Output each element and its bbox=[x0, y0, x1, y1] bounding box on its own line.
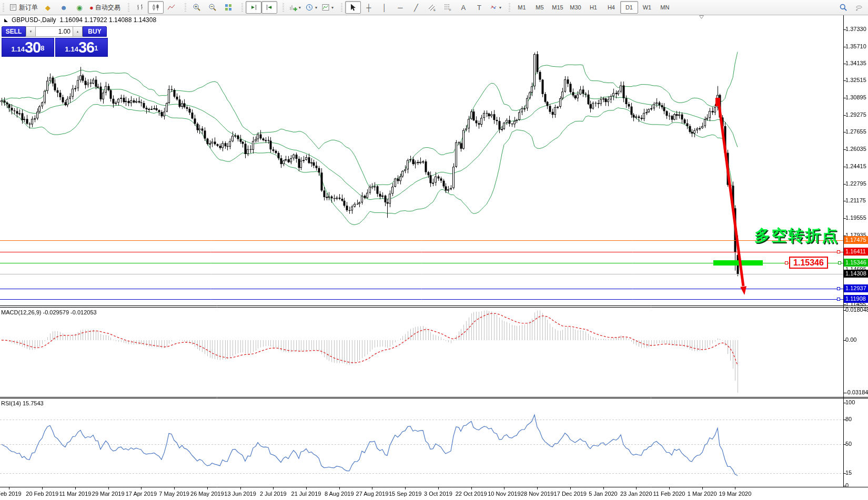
templates-button[interactable]: ▾ bbox=[319, 1, 336, 14]
axis-tick-label: 50 bbox=[845, 441, 852, 447]
line-chart-icon bbox=[167, 3, 176, 12]
timeframe-h4-button[interactable]: H4 bbox=[602, 1, 620, 14]
turning-point-annotation[interactable]: 多空转折点 bbox=[754, 225, 839, 247]
marketwatch-icon-button[interactable]: ◆ bbox=[40, 1, 56, 14]
symbol-period-label: GBPUSD-,Daily bbox=[12, 16, 56, 24]
chevron-down-icon: ▾ bbox=[331, 5, 334, 10]
price-tag-label[interactable]: 1.15346 bbox=[789, 257, 828, 269]
timeframe-m5-button[interactable]: M5 bbox=[531, 1, 549, 14]
date-tick-label: 17 Dec 2019 bbox=[554, 491, 587, 497]
horizontal-line-tool-button[interactable]: ─ bbox=[392, 1, 408, 14]
price-level-label: 1.17475 bbox=[844, 236, 868, 244]
axis-tick-label: 1.34135 bbox=[845, 60, 866, 66]
fibonacci-tool-button[interactable] bbox=[440, 1, 456, 14]
community-chat-button[interactable] bbox=[851, 1, 867, 14]
axis-tick-label: 1.35710 bbox=[845, 43, 866, 49]
vertical-line-tool-button[interactable]: │ bbox=[377, 1, 392, 14]
trendline-tool-button[interactable]: ╱ bbox=[408, 1, 424, 14]
price-level-label: 1.11908 bbox=[844, 295, 868, 303]
candlestick-chart-button[interactable] bbox=[148, 1, 164, 14]
date-tick-label: 10 Nov 2019 bbox=[488, 491, 520, 497]
timeframe-w1-button[interactable]: W1 bbox=[638, 1, 656, 14]
templates-icon bbox=[321, 3, 330, 12]
sell-button[interactable]: SELL bbox=[2, 26, 26, 37]
chart-shift-button[interactable] bbox=[261, 1, 277, 14]
volume-increase-button[interactable]: ▲ bbox=[73, 26, 83, 37]
auto-scroll-icon bbox=[249, 3, 258, 12]
timeframe-d1-button[interactable]: D1 bbox=[620, 1, 638, 14]
timeframe-m30-button[interactable]: M30 bbox=[567, 1, 584, 14]
date-tick-label: 26 May 2019 bbox=[190, 491, 224, 497]
sell-price-base: 1.14 bbox=[12, 44, 25, 55]
text-label-tool-button[interactable]: T bbox=[471, 1, 487, 14]
bar-chart-button[interactable] bbox=[132, 1, 148, 14]
price-level-label: 1.15346 bbox=[844, 259, 868, 267]
cursor-tool-button[interactable] bbox=[345, 1, 361, 14]
channel-tool-button[interactable] bbox=[424, 1, 440, 14]
date-tick-label: 8 Aug 2019 bbox=[325, 491, 354, 497]
zoom-in-icon bbox=[193, 3, 201, 12]
horizontal-line-tool-icon: ─ bbox=[398, 4, 402, 11]
buy-price-button[interactable]: 1.14361 bbox=[55, 38, 108, 57]
line-chart-button[interactable] bbox=[164, 1, 179, 14]
date-tick-label: 19 Mar 2020 bbox=[719, 491, 752, 497]
data-center-icon-icon: ◉ bbox=[76, 4, 82, 11]
auto-scroll-button[interactable] bbox=[246, 1, 261, 14]
date-tick-label: 20 Feb 2019 bbox=[26, 491, 58, 497]
date-tick-label: 11 Feb 2020 bbox=[653, 491, 685, 497]
volume-input[interactable] bbox=[36, 26, 73, 37]
price-level-label: 1.12937 bbox=[844, 284, 868, 292]
trendline-tool-icon: ╱ bbox=[414, 4, 418, 11]
tile-windows-button[interactable] bbox=[220, 1, 236, 14]
zoom-out-button[interactable] bbox=[205, 1, 220, 14]
date-tick-label: 13 Jun 2019 bbox=[224, 491, 256, 497]
zoom-out-icon bbox=[208, 3, 217, 12]
date-tick-label: 2 Jul 2019 bbox=[260, 491, 287, 497]
search-button[interactable] bbox=[835, 1, 851, 14]
new-order-button[interactable]: 新订单 bbox=[7, 1, 40, 14]
sell-price-sup: 8 bbox=[41, 42, 44, 55]
axis-tick-label: -0.031847 bbox=[845, 389, 868, 395]
date-tick-label: 27 Aug 2019 bbox=[356, 491, 389, 497]
axis-tick-label: 1.29275 bbox=[845, 111, 866, 118]
crosshair-tool-icon: ┼ bbox=[366, 4, 371, 11]
spin-down-icon: ▼ bbox=[29, 30, 33, 33]
autotrading-button[interactable]: ●自动交易 bbox=[87, 1, 123, 14]
indicators-button[interactable]: ▾ bbox=[287, 1, 303, 14]
mt4-window: 新订单◆☻◉●自动交易▾▾▾┼│─╱AT▾M1M5M15M30H1H4D1W1M… bbox=[0, 0, 868, 500]
timeframe-m1-button[interactable]: M1 bbox=[513, 1, 531, 14]
axis-tick-label: 0 bbox=[845, 482, 849, 488]
periods-button[interactable]: ▾ bbox=[303, 1, 319, 14]
collapse-panel-icon[interactable]: ◣ bbox=[4, 17, 8, 23]
arrows-tool-button[interactable]: ▾ bbox=[487, 1, 503, 14]
date-tick-label: 28 Nov 2019 bbox=[521, 491, 553, 497]
volume-decrease-button[interactable]: ▼ bbox=[26, 26, 36, 37]
profiles-icon-button[interactable]: ☻ bbox=[56, 1, 72, 14]
buy-price-sup: 1 bbox=[94, 42, 98, 55]
new-order-icon bbox=[9, 3, 17, 12]
text-tool-button[interactable]: A bbox=[456, 1, 471, 14]
arrows-tool-icon bbox=[489, 3, 498, 12]
candlestick-chart-icon bbox=[152, 3, 160, 12]
search-icon bbox=[839, 3, 847, 12]
chart-canvas[interactable] bbox=[0, 0, 868, 500]
new-order-button-label: 新订单 bbox=[19, 3, 38, 12]
axis-tick-label: 1.21175 bbox=[845, 197, 866, 203]
zoom-in-button[interactable] bbox=[189, 1, 205, 14]
axis-tick-label: 0.00 bbox=[845, 336, 856, 343]
timeframe-mn-button[interactable]: MN bbox=[656, 1, 674, 14]
data-center-icon-button[interactable]: ◉ bbox=[72, 1, 87, 14]
crosshair-tool-button[interactable]: ┼ bbox=[361, 1, 377, 14]
timeframe-h1-button[interactable]: H1 bbox=[584, 1, 602, 14]
axis-tick-label: 100 bbox=[845, 399, 855, 405]
buy-price-base: 1.14 bbox=[65, 44, 78, 55]
timeframe-m15-button[interactable]: M15 bbox=[549, 1, 567, 14]
sell-price-button[interactable]: 1.14308 bbox=[2, 38, 54, 57]
fibonacci-tool-icon bbox=[443, 3, 452, 12]
date-tick-label: 3 Oct 2019 bbox=[424, 491, 452, 497]
price-level-label: 1.14308 bbox=[844, 270, 868, 278]
chevron-down-icon: ▾ bbox=[299, 5, 301, 10]
buy-button[interactable]: BUY bbox=[83, 26, 107, 37]
vertical-line-tool-icon: │ bbox=[382, 4, 387, 11]
chat-icon bbox=[855, 3, 863, 12]
